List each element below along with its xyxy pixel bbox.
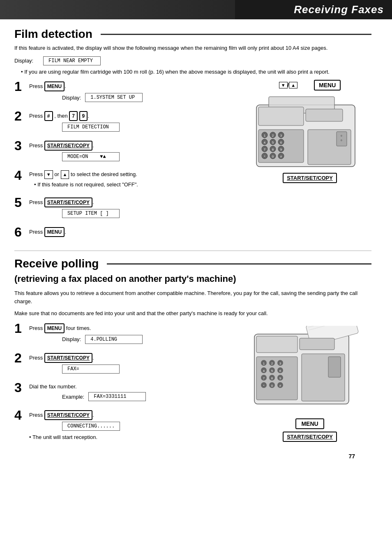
polling-step-4: 4 Press START/SET/COPY. CONNECTING......… — [14, 409, 240, 443]
svg-text:2: 2 — [271, 362, 273, 365]
svg-text:6: 6 — [279, 369, 281, 373]
svg-rect-4 — [258, 107, 304, 125]
svg-text:#: # — [279, 384, 281, 388]
film-bullet1: If you are using regular film cartridge … — [21, 68, 371, 76]
svg-text:3: 3 — [280, 134, 282, 137]
svg-text:7: 7 — [263, 376, 265, 380]
svg-text:4: 4 — [264, 141, 266, 144]
svg-text:*: * — [264, 155, 265, 158]
svg-text:2: 2 — [272, 134, 274, 137]
step5-display: SETUP ITEM [ ] — [62, 209, 120, 218]
film-detection-intro: If this feature is activated, the displa… — [14, 44, 371, 52]
page-number: 77 — [14, 453, 371, 460]
receive-polling-section: Receive polling (retrieving a fax placed… — [14, 257, 371, 449]
polling-intro2: Make sure that no documents are fed into… — [14, 309, 371, 318]
page-header: Receiving Faxes — [0, 0, 392, 19]
polling-step-2: 2 Press START/SET/COPY. FAX= — [14, 351, 240, 375]
num7-btn: 7 — [69, 111, 78, 121]
svg-rect-38 — [256, 336, 297, 353]
menu-btn-6: MENU — [44, 227, 65, 237]
svg-text:6: 6 — [280, 141, 282, 144]
svg-text:4: 4 — [263, 369, 265, 373]
menu-btn-polling-diagram: MENU — [295, 418, 324, 429]
svg-text:1: 1 — [263, 362, 265, 365]
film-step-5: 5 Press START/SET/COPY. SETUP ITEM [ ] — [14, 196, 240, 220]
va-label: ▼/▲ MENU — [279, 80, 341, 91]
polling-step2-display: FAX= — [62, 365, 120, 374]
svg-text:*: * — [263, 384, 264, 388]
step2-display: FILM DETECTION — [62, 123, 120, 132]
svg-text:0: 0 — [272, 155, 274, 158]
film-step-2: 2 Press # , then 7 9. FILM DETECTION — [14, 109, 240, 133]
fax-machine-diagram-polling: 1 2 3 4 5 6 7 8 9 — [252, 326, 367, 416]
step3-display: MODE=ON ▼▲ — [62, 152, 120, 161]
svg-rect-66 — [328, 357, 341, 377]
start-set-copy-btn-p4: START/SET/COPY — [44, 410, 92, 420]
svg-text:9: 9 — [280, 148, 282, 151]
polling-step4-display: CONNECTING...... — [62, 422, 120, 431]
num9-btn: 9 — [79, 111, 88, 121]
receive-polling-title: Receive polling — [14, 257, 371, 270]
film-detection-title: Film detection — [14, 28, 371, 41]
fax-machine-diagram-top: 1 2 3 4 5 6 7 8 — [252, 93, 367, 171]
svg-rect-3 — [306, 109, 343, 121]
svg-text:9: 9 — [279, 376, 281, 380]
polling-steps-diagram: 1 2 3 4 5 6 7 8 9 — [248, 322, 371, 449]
polling-diagram-buttons: MENU START/SET/COPY — [283, 418, 337, 442]
film-steps-area: 1 Press MENU. Display: 1.SYSTEM SET UP 2 — [14, 80, 371, 244]
receive-polling-subtitle: (retrieving a fax placed on another part… — [14, 274, 371, 284]
hash-btn: # — [44, 111, 53, 121]
film-display-box: FILM NEAR EMPTY — [43, 56, 101, 65]
svg-text:8: 8 — [271, 376, 273, 380]
film-step-3: 3 Press START/SET/COPY. MODE=ON ▼▲ — [14, 139, 240, 163]
film-step-6: 6 Press MENU. — [14, 225, 240, 239]
svg-text:0: 0 — [271, 384, 273, 388]
start-set-copy-polling-diagram: START/SET/COPY — [283, 432, 337, 442]
polling-steps-left: 1 Press MENU four times. Display: 4.POLL… — [14, 322, 240, 449]
menu-label-diagram: MENU — [314, 80, 341, 91]
film-display-line: Display: FILM NEAR EMPTY — [14, 56, 371, 65]
polling-step-3: 3 Dial the fax number. Example: FAX=3331… — [14, 381, 240, 403]
film-steps-diagram: ▼/▲ MENU 1 — [248, 80, 371, 244]
start-set-copy-btn-p2: START/SET/COPY — [44, 353, 92, 363]
svg-text:8: 8 — [272, 148, 274, 151]
menu-btn-p1: MENU — [44, 323, 65, 333]
svg-text:5: 5 — [271, 369, 273, 373]
svg-text:#: # — [280, 155, 282, 158]
polling-steps-area: 1 Press MENU four times. Display: 4.POLL… — [14, 322, 371, 449]
section-divider — [14, 251, 371, 251]
start-set-copy-btn-5: START/SET/COPY — [44, 197, 92, 207]
polling-intro1: This feature allows you to retrieve a do… — [14, 289, 371, 305]
polling-step3-display: FAX=3331111 — [88, 392, 146, 401]
film-step-1: 1 Press MENU. Display: 1.SYSTEM SET UP — [14, 80, 240, 104]
svg-rect-39 — [300, 338, 334, 350]
svg-text:5: 5 — [272, 141, 274, 144]
svg-text:3: 3 — [279, 362, 281, 365]
step1-display: 1.SYSTEM SET UP — [85, 93, 143, 102]
header-title: Receiving Faxes — [294, 3, 384, 16]
start-set-copy-btn-3: START/SET/COPY — [44, 141, 92, 151]
film-steps-left: 1 Press MENU. Display: 1.SYSTEM SET UP 2 — [14, 80, 240, 244]
polling-step1-display: 4.POLLING — [85, 335, 143, 344]
menu-btn-1: MENU — [44, 81, 65, 91]
start-set-copy-diagram-label: START/SET/COPY — [283, 173, 337, 183]
film-detection-section: Film detection If this feature is activa… — [14, 28, 371, 244]
svg-text:1: 1 — [264, 134, 266, 137]
svg-text:7: 7 — [264, 148, 266, 151]
polling-step-1: 1 Press MENU four times. Display: 4.POLL… — [14, 322, 240, 346]
film-step-4: 4 Press ▼ or ▲ to select the desired set… — [14, 169, 240, 190]
